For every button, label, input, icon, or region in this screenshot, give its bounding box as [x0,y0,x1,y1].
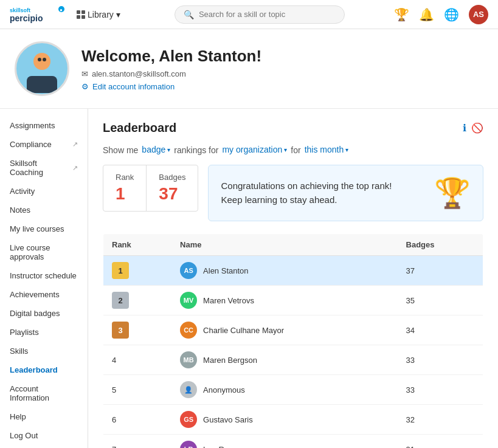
header-left: skillsoft percipio ● Library ▾ [10,5,125,24]
user-avatar: AS [180,262,197,279]
rank-stat: Rank 1 [103,165,147,211]
sidebar-label: Digital badges [10,309,60,318]
sidebar-label: Notes [10,205,30,215]
library-button[interactable]: Library ▾ [72,6,125,23]
name-cell: MB Maren Bergson [171,345,397,375]
badges-stat: Badges 37 [147,165,198,211]
rank-label: Rank [116,173,134,182]
badge-label: badge [142,145,165,154]
organization-dropdown[interactable]: my organization ▾ [222,145,287,155]
stats-congrats-row: Rank 1 Badges 37 Congratulations on achi… [103,165,483,221]
user-cell: 👤 Anonymous [180,381,389,398]
badges-cell: 35 [398,286,483,315]
table-row: 2 MV Maren Vetrovs 35 [103,286,483,315]
sidebar-label: Live course approvals [10,243,78,261]
logo: skillsoft percipio ● [10,5,64,24]
user-avatar: 👤 [180,381,197,398]
edit-label: Edit account infomation [92,82,175,91]
sidebar-label: Playlists [10,328,39,337]
profile-section: Welcome, Alen Stanton! ✉ alen.stanton@sk… [0,29,498,109]
user-cell: MB Maren Bergson [180,351,389,368]
user-cell: CC Charlie Culhane Mayor [180,322,389,339]
sidebar-item-leaderboard[interactable]: Leaderboard [0,360,88,379]
sidebar-item-playlists[interactable]: Playlists [0,323,88,342]
rankings-for-text: rankings for [174,145,218,155]
sidebar-label: Skillsoft Coaching [10,159,72,177]
rank-badge-silver: 2 [112,292,129,309]
stats-bar: Rank 1 Badges 37 [103,165,198,212]
user-avatar: LR [180,441,197,448]
sidebar-item-skills[interactable]: Skills [0,342,88,360]
grid-icon [77,10,85,19]
user-avatar: GS [180,411,197,428]
sidebar-item-help[interactable]: Help [0,407,88,426]
table-row: 7 LR Leo Rosser 31 [103,435,483,449]
sidebar-item-assignments[interactable]: Assignments [0,116,88,135]
org-label: my organization [222,145,282,154]
chevron-down-icon: ▾ [167,146,170,153]
svg-rect-6 [27,76,57,93]
name-cell: 👤 Anonymous [171,375,397,405]
sidebar-label: Achievements [10,290,60,299]
leaderboard-content: Leaderboard ℹ 🚫 Show me badge ▾ rankings… [88,109,498,448]
sidebar-item-live-course-approvals[interactable]: Live course approvals [0,238,88,266]
svg-text:skillsoft: skillsoft [10,7,30,13]
search-icon: 🔍 [184,10,194,19]
col-rank: Rank [103,234,172,256]
rank-number: 5 [112,385,116,395]
external-link-icon: ↗ [72,164,78,172]
badges-cell: 32 [398,405,483,435]
svg-text:●: ● [60,7,63,13]
sidebar-label: Activity [10,187,35,196]
trophy-icon[interactable]: 🏆 [394,7,409,22]
profile-info: Welcome, Alen Stanton! ✉ alen.stanton@sk… [81,47,261,91]
bell-icon[interactable]: 🔔 [419,7,434,22]
badge-dropdown[interactable]: badge ▾ [142,145,170,155]
user-avatar[interactable]: AS [469,5,488,24]
sidebar-item-notes[interactable]: Notes [0,201,88,219]
user-cell: LR Leo Rosser [180,441,389,448]
chevron-down-icon: ▾ [345,146,348,153]
chevron-down-icon: ▾ [116,10,120,19]
user-avatar: MB [180,351,197,368]
badges-cell: 33 [398,375,483,405]
sidebar-item-digital-badges[interactable]: Digital badges [0,304,88,323]
profile-avatar [15,41,69,96]
user-cell: GS Gustavo Saris [180,411,389,428]
sidebar-item-my-live-courses[interactable]: My live courses [0,219,88,238]
search-input[interactable] [199,10,333,19]
sidebar-label: My live courses [10,224,64,233]
globe-icon[interactable]: 🌐 [444,7,459,22]
sidebar-item-achievements[interactable]: Achievements [0,285,88,304]
svg-point-8 [43,58,46,61]
congrats-text: Congratulations on achieving the top ran… [221,179,392,207]
sidebar-label: Leaderboard [10,365,58,374]
edit-account-link[interactable]: ⚙ Edit account infomation [81,82,261,91]
user-name: Maren Vetrovs [203,296,254,305]
profile-avatar-svg [18,44,66,93]
sidebar-label: Skills [10,346,28,356]
congrats-box: Congratulations on achieving the top ran… [208,165,483,221]
sidebar-item-instructor-schedule[interactable]: Instructor schedule [0,266,88,285]
sidebar-item-log-out[interactable]: Log Out [0,426,88,445]
rank-cell: 3 [103,315,172,345]
table-row: 5 👤 Anonymous 33 [103,375,483,405]
sidebar-item-compliance[interactable]: Compliance ↗ [0,135,88,154]
main-layout: Assignments Compliance ↗ Skillsoft Coach… [0,109,498,448]
sidebar-item-activity[interactable]: Activity [0,182,88,201]
search-bar[interactable]: 🔍 [175,5,345,24]
time-label: this month [305,145,344,154]
time-dropdown[interactable]: this month ▾ [305,145,349,155]
user-cell: AS Alen Stanton [180,262,389,279]
sidebar-item-account-information[interactable]: Account Information [0,379,88,407]
for-text: for [291,145,300,155]
email-address: alen.stanton@skillsoft.com [92,69,186,78]
sidebar-item-skillsoft-coaching[interactable]: Skillsoft Coaching ↗ [0,154,88,182]
mail-icon: ✉ [81,69,88,78]
sidebar-label: Compliance [10,140,52,149]
sidebar-label: Log Out [10,431,38,440]
visibility-off-icon[interactable]: 🚫 [471,122,483,134]
info-icon[interactable]: ℹ [463,122,466,134]
logo-svg: skillsoft percipio ● [10,5,64,24]
leaderboard-header: Leaderboard ℹ 🚫 [103,121,483,135]
